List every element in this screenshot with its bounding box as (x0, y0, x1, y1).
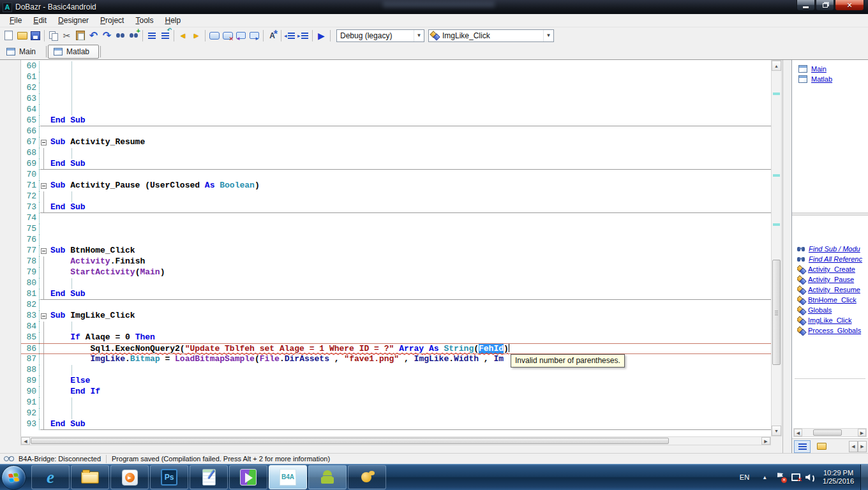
build-configuration-combo[interactable]: Debug (legacy) ▼ (336, 29, 424, 42)
code-text[interactable]: End If (48, 387, 771, 397)
code-text[interactable] (48, 191, 771, 202)
fold-collapse-icon[interactable] (41, 140, 47, 145)
title-bar[interactable]: A DoBazr - Basic4android ✕ (0, 0, 868, 14)
code-line-69[interactable]: 69End Sub (21, 159, 771, 170)
code-text[interactable]: StartActivity(Main) (48, 267, 771, 278)
code-text[interactable] (48, 72, 771, 83)
code-line-85[interactable]: 85 If Alaqe = 0 Then (21, 332, 771, 343)
code-line-67[interactable]: 67Sub Activity_Resume (21, 137, 771, 148)
new-file-icon[interactable] (3, 29, 15, 41)
scroll-left-button[interactable]: ◀ (794, 429, 802, 436)
code-line-92[interactable]: 92 (21, 408, 771, 419)
code-text[interactable]: Else (48, 376, 771, 387)
undo-icon[interactable] (87, 29, 100, 41)
find-add-icon[interactable] (128, 29, 140, 41)
code-line-86[interactable]: 86 Sql1.ExecNonQuery2("Update Tblfeh set… (21, 343, 771, 354)
subs-list-item[interactable]: Activity_Create (797, 264, 868, 274)
subs-list-item[interactable]: ImgLike_Click (797, 315, 868, 325)
outdent-icon[interactable] (284, 29, 296, 41)
action-center-icon[interactable] (775, 472, 786, 482)
run-icon[interactable] (315, 29, 327, 41)
code-line-91[interactable]: 91 (21, 397, 771, 408)
pager-left-button[interactable]: ◀ (849, 441, 858, 452)
show-desktop-button[interactable] (860, 464, 868, 490)
sub-selector-combo[interactable]: ImgLike_Click ▼ (428, 29, 554, 42)
code-line-66[interactable]: 66 (21, 126, 771, 137)
code-text[interactable]: End Sub (48, 202, 771, 213)
menu-designer[interactable]: Designer (52, 15, 94, 26)
menu-project[interactable]: Project (94, 15, 130, 26)
code-line-60[interactable]: 60 (21, 61, 771, 72)
code-line-87[interactable]: 87 ImgLike.Bitmap = LoadBitmapSample(Fil… (21, 354, 771, 365)
menu-file[interactable]: File (4, 15, 27, 26)
code-line-71[interactable]: 71Sub Activity_Pause (UserClosed As Bool… (21, 181, 771, 191)
menu-edit[interactable]: Edit (27, 15, 52, 26)
panel-splitter[interactable] (782, 60, 792, 454)
taskbar-app-internet-explorer[interactable]: e (31, 465, 70, 489)
modules-view-button[interactable] (794, 440, 811, 453)
editor-horizontal-scrollbar[interactable]: ◀ ▶ (20, 436, 771, 445)
font-icon[interactable] (266, 29, 278, 41)
module-link[interactable]: Main (811, 65, 827, 73)
save-icon[interactable] (29, 29, 41, 41)
volume-icon[interactable] (805, 472, 816, 482)
list-format-icon[interactable] (146, 29, 158, 41)
code-text[interactable]: Sql1.ExecNonQuery2("Update Tblfeh set Al… (48, 344, 771, 353)
code-text[interactable] (48, 105, 771, 115)
code-line-63[interactable]: 63 (21, 94, 771, 105)
taskbar-app-android-emulator[interactable] (308, 465, 347, 489)
code-line-79[interactable]: 79 StartActivity(Main) (21, 267, 771, 278)
taskbar-app-nero[interactable] (348, 465, 386, 489)
code-text[interactable]: Sub ImgLike_Click (48, 311, 771, 322)
tab-main[interactable]: Main (1, 45, 45, 59)
code-text[interactable]: Sub BtnHome_Click (48, 246, 771, 256)
subs-list-item[interactable]: Find Sub / Modu (797, 244, 868, 254)
code-line-73[interactable]: 73End Sub (21, 202, 771, 213)
code-text[interactable] (48, 213, 771, 224)
panel-horizontal-scrollbar[interactable]: ◀ ▶ (793, 428, 867, 437)
subs-list-item[interactable]: Process_Globals (797, 325, 868, 336)
code-text[interactable] (48, 224, 771, 235)
find-icon[interactable] (114, 29, 126, 41)
scroll-down-button[interactable]: ▼ (772, 426, 781, 436)
code-text[interactable] (48, 322, 771, 332)
list-clean-icon[interactable] (159, 29, 171, 41)
code-line-89[interactable]: 89 Else (21, 376, 771, 387)
clock[interactable]: 10:29 PM 1/25/2016 (818, 469, 860, 486)
code-text[interactable] (48, 397, 771, 408)
restore-button[interactable] (816, 0, 834, 11)
code-text[interactable] (48, 278, 771, 289)
code-line-80[interactable]: 80 (21, 278, 771, 289)
code-text[interactable]: Sub Activity_Resume (48, 137, 771, 148)
menu-tools[interactable]: Tools (130, 15, 159, 26)
taskbar-app-notepad-editor[interactable] (190, 465, 228, 489)
redo-icon[interactable] (101, 29, 113, 41)
show-hidden-icons-button[interactable]: ▲ (756, 475, 774, 480)
taskbar-app-b4a[interactable]: B4A (269, 465, 307, 489)
taskbar-app-photoshop[interactable]: Ps (150, 465, 188, 489)
code-text[interactable]: ImgLike.Bitmap = LoadBitmapSample(File.D… (48, 354, 771, 365)
start-button[interactable] (1, 465, 26, 490)
subs-list-item[interactable]: Activity_Pause (797, 274, 868, 285)
code-text[interactable]: End Sub (48, 289, 771, 300)
code-line-84[interactable]: 84 (21, 322, 771, 332)
uncomment-icon[interactable] (248, 29, 260, 41)
indent-icon[interactable] (297, 29, 310, 41)
code-line-88[interactable]: 88 (21, 365, 771, 376)
code-editor[interactable]: 606162636465End Sub6667Sub Activity_Resu… (20, 60, 771, 436)
code-line-77[interactable]: 77Sub BtnHome_Click (21, 246, 771, 256)
code-text[interactable] (48, 94, 771, 105)
code-line-76[interactable]: 76 (21, 235, 771, 246)
code-line-83[interactable]: 83Sub ImgLike_Click (21, 311, 771, 322)
fold-collapse-icon[interactable] (41, 313, 47, 319)
editor-vertical-scrollbar[interactable]: ▲ ▼ (771, 60, 782, 436)
designer-icon[interactable] (208, 29, 220, 41)
code-line-74[interactable]: 74 (21, 213, 771, 224)
code-text[interactable] (48, 408, 771, 419)
nav-back-icon[interactable] (177, 29, 189, 41)
open-folder-icon[interactable] (16, 29, 28, 41)
code-text[interactable]: End Sub (48, 115, 771, 126)
comment-icon[interactable] (235, 29, 247, 41)
subs-list-item[interactable]: Find All Referenc (797, 254, 868, 264)
code-line-72[interactable]: 72 (21, 191, 771, 202)
